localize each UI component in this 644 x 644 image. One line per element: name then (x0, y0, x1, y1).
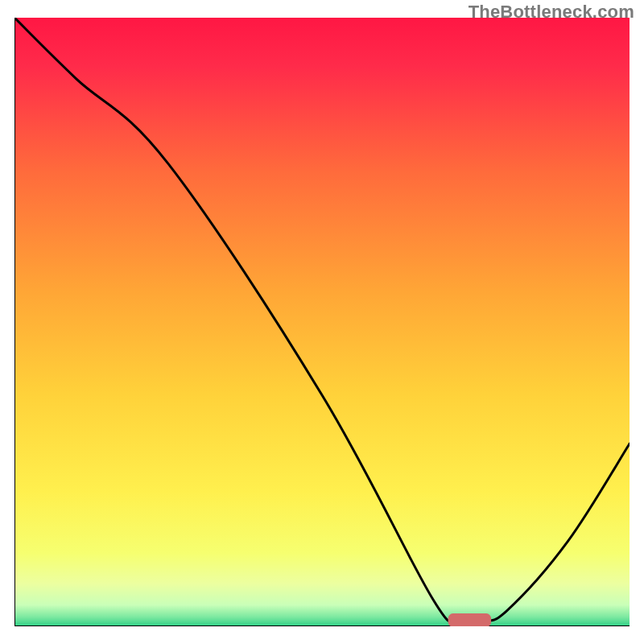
optimum-marker (448, 613, 491, 626)
bottleneck-chart (14, 18, 630, 626)
gradient-background (14, 18, 630, 626)
